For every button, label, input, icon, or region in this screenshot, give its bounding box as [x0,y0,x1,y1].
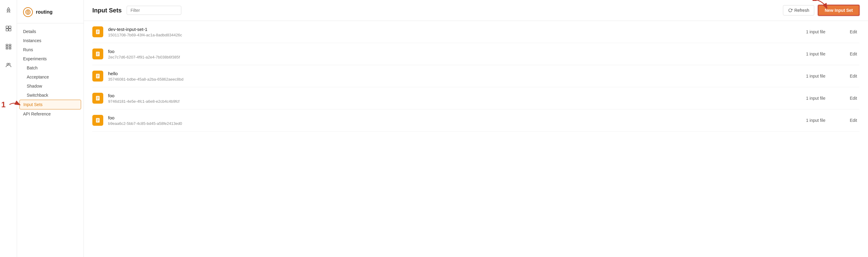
document-icon [95,73,100,79]
sidebar-item-experiments[interactable]: Experiments [20,54,81,63]
rail-cube-icon[interactable] [3,23,14,34]
table-row: hello 35746081-bdbe-45a8-a2ba-65862aeec8… [92,65,860,87]
sidebar-nav: Details Instances Runs Experiments Batch… [17,27,84,118]
input-set-edit-button[interactable]: Edit [847,117,860,124]
svg-rect-8 [9,46,11,47]
input-set-files: 1 input file [806,29,842,34]
sidebar: routing Details Instances Runs Experimen… [17,0,84,257]
input-set-info: foo 2ec7c7d6-6207-4f91-a2e4-7b038b6f385f [108,49,801,60]
header-right: 2 Refresh New Input Set [783,5,860,16]
filter-input[interactable] [127,6,181,15]
input-set-files: 1 input file [806,96,842,101]
input-set-name: foo [108,93,801,98]
svg-rect-10 [9,48,11,49]
document-icon [95,96,100,101]
main-content: Input Sets 2 Refresh New I [84,0,868,257]
svg-point-11 [7,63,8,65]
icon-rail [0,0,17,257]
input-set-name: dev-test-input-set-1 [108,27,801,32]
input-set-edit-button[interactable]: Edit [847,72,860,80]
svg-rect-3 [6,29,8,31]
input-set-info: hello 35746081-bdbe-45a8-a2ba-65862aeec8… [108,71,801,81]
document-icon [95,51,100,57]
input-set-uuid: 15011708-7b69-43f4-ac1a-8adbd834426c [108,33,801,37]
table-row: foo 9746d181-4e5e-4fc1-a6e8-e2cb4c4b9fcf… [92,87,860,109]
sidebar-item-switchback[interactable]: Switchback [20,90,81,100]
sidebar-header: routing [17,6,84,23]
document-icon [95,118,100,123]
svg-rect-4 [8,29,11,31]
refresh-button[interactable]: Refresh [783,5,814,15]
input-set-files: 1 input file [806,118,842,123]
input-set-uuid: 9746d181-4e5e-4fc1-a6e8-e2cb4c4b9fcf [108,99,801,104]
svg-rect-5 [6,44,8,46]
header-left: Input Sets [92,6,181,15]
page-title: Input Sets [92,7,122,14]
table-row: foo b9eaa6c2-5bb7-4c85-bd45-a58fe2413ed0… [92,109,860,132]
document-icon [95,29,100,35]
sidebar-item-api-reference[interactable]: API Reference [20,109,81,118]
input-set-icon [92,71,103,81]
rail-users-icon[interactable] [3,60,14,70]
sidebar-item-instances[interactable]: Instances [20,36,81,45]
main-header: Input Sets 2 Refresh New I [84,0,868,21]
svg-rect-2 [8,26,11,28]
input-set-icon [92,93,103,104]
input-set-info: foo 9746d181-4e5e-4fc1-a6e8-e2cb4c4b9fcf [108,93,801,104]
table-row: foo 2ec7c7d6-6207-4f91-a2e4-7b038b6f385f… [92,43,860,65]
svg-rect-9 [6,48,8,49]
new-input-set-button[interactable]: New Input Set [818,5,860,16]
svg-rect-7 [6,46,8,47]
sidebar-item-shadow[interactable]: Shadow [20,81,81,90]
input-set-files: 1 input file [806,51,842,57]
input-set-uuid: 35746081-bdbe-45a8-a2ba-65862aeec8bd [108,77,801,81]
input-set-edit-button[interactable]: Edit [847,95,860,102]
app-title: routing [36,9,53,15]
svg-rect-1 [6,26,8,28]
rail-grid-icon[interactable] [3,41,14,52]
input-set-name: foo [108,49,801,54]
app-logo [23,7,33,17]
svg-point-12 [8,63,10,65]
input-sets-list: dev-test-input-set-1 15011708-7b69-43f4-… [84,21,868,257]
refresh-label: Refresh [794,8,809,13]
sidebar-item-batch[interactable]: Batch [20,63,81,72]
refresh-icon [788,8,793,12]
input-set-name: foo [108,115,801,120]
sidebar-item-details[interactable]: Details [20,27,81,36]
input-set-files: 1 input file [806,74,842,78]
sidebar-item-runs[interactable]: Runs [20,45,81,54]
input-set-edit-button[interactable]: Edit [847,50,860,58]
input-set-edit-button[interactable]: Edit [847,28,860,35]
input-set-icon [92,26,103,37]
input-set-info: dev-test-input-set-1 15011708-7b69-43f4-… [108,27,801,37]
input-set-icon [92,115,103,126]
sidebar-item-acceptance[interactable]: Acceptance [20,72,81,81]
svg-point-0 [8,9,9,11]
input-set-uuid: b9eaa6c2-5bb7-4c85-bd45-a58fe2413ed0 [108,121,801,126]
svg-rect-6 [9,44,11,46]
input-set-uuid: 2ec7c7d6-6207-4f91-a2e4-7b038b6f385f [108,55,801,60]
table-row: dev-test-input-set-1 15011708-7b69-43f4-… [92,21,860,43]
input-set-icon [92,48,103,60]
sidebar-item-input-sets[interactable]: Input Sets [20,100,81,109]
annotation-2-number: 2 [812,0,817,3]
rail-rocket-icon[interactable] [3,5,14,16]
input-set-info: foo b9eaa6c2-5bb7-4c85-bd45-a58fe2413ed0 [108,115,801,126]
input-set-name: hello [108,71,801,76]
